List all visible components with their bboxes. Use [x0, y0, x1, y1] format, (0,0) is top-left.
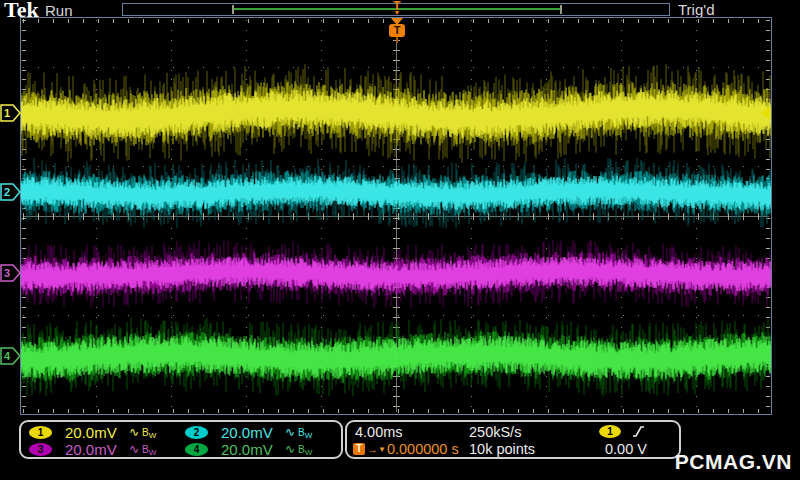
- timebase-scale[interactable]: 4.00ms: [355, 424, 403, 440]
- trigger-delay-readout[interactable]: T → ▼ 0.000000 s: [353, 441, 459, 457]
- coupling-bandwidth-icon: ∿BW: [129, 442, 156, 457]
- channel-4-position-marker[interactable]: 4: [0, 347, 22, 365]
- svg-text:4: 4: [4, 350, 11, 362]
- channel-2-scale: 20.0mV: [221, 424, 285, 441]
- channel-marker-icon: 1: [0, 104, 22, 122]
- channel-marker-icon: 2: [0, 183, 22, 201]
- waveform-canvas: [21, 18, 771, 414]
- down-triangle-icon: ▼: [378, 445, 386, 454]
- oscilloscope-screen: Tek Run T ▼ Trig'd T 1234 120.0mV∿BW220.…: [0, 0, 800, 480]
- trigger-source-badge[interactable]: 1: [599, 425, 621, 438]
- horizontal-trigger-readouts: 4.00ms 250kS/s 1 T → ▼ 0.000000 s 10k po…: [345, 420, 681, 459]
- channel-1-readout[interactable]: 120.0mV∿BW: [25, 424, 181, 441]
- ac-coupling-icon: ∿: [285, 425, 295, 439]
- channel-1-position-marker[interactable]: 1: [0, 104, 22, 122]
- channel-2-badge: 2: [185, 426, 208, 439]
- trigger-t-icon: T: [389, 24, 405, 37]
- channel-1-scale: 20.0mV: [65, 424, 129, 441]
- channel-4-badge: 4: [185, 443, 208, 456]
- bandwidth-limit-icon: BW: [298, 427, 312, 438]
- ac-coupling-icon: ∿: [285, 442, 295, 456]
- channel-1-badge: 1: [29, 426, 52, 439]
- ac-coupling-icon: ∿: [129, 442, 139, 456]
- record-length: 10k points: [469, 441, 535, 457]
- ac-coupling-icon: ∿: [129, 425, 139, 439]
- channel-marker-icon: 3: [0, 264, 22, 282]
- bandwidth-limit-icon: BW: [142, 444, 156, 455]
- trigger-t-icon: T: [353, 443, 365, 455]
- trigger-marker-stem: [396, 37, 398, 43]
- channel-3-scale: 20.0mV: [65, 441, 129, 458]
- bandwidth-limit-icon: BW: [142, 427, 156, 438]
- svg-text:3: 3: [4, 267, 10, 279]
- down-arrow-icon: ▼: [390, 9, 404, 16]
- right-arrow-icon: →: [367, 443, 378, 455]
- trigger-status: Trig'd: [678, 1, 714, 18]
- channel-readouts: 120.0mV∿BW220.0mV∿BW320.0mV∿BW420.0mV∿BW: [19, 420, 343, 459]
- trigger-level-arrow[interactable]: [761, 106, 771, 120]
- svg-text:1: 1: [4, 107, 10, 119]
- trigger-delay-value: 0.000000 s: [387, 441, 459, 457]
- coupling-bandwidth-icon: ∿BW: [285, 442, 312, 457]
- svg-text:2: 2: [4, 186, 10, 198]
- channel-3-badge: 3: [29, 443, 52, 456]
- channel-4-readout[interactable]: 420.0mV∿BW: [181, 441, 337, 458]
- trigger-position-bar-marker[interactable]: T ▼: [390, 0, 404, 16]
- sample-rate: 250kS/s: [469, 424, 521, 440]
- channel-marker-icon: 4: [0, 347, 22, 365]
- watermark: PCMAG.VN: [675, 450, 792, 474]
- channel-2-position-marker[interactable]: 2: [0, 183, 22, 201]
- trigger-level-value: 0.00 V: [605, 441, 647, 457]
- trigger-t-icon: T: [390, 0, 404, 9]
- coupling-bandwidth-icon: ∿BW: [285, 425, 312, 440]
- channel-3-readout[interactable]: 320.0mV∿BW: [25, 441, 181, 458]
- window-bracket-left-icon: [232, 5, 234, 14]
- channel-4-scale: 20.0mV: [221, 441, 285, 458]
- coupling-bandwidth-icon: ∿BW: [129, 425, 156, 440]
- window-bracket-right-icon: [560, 5, 562, 14]
- channel-3-position-marker[interactable]: 3: [0, 264, 22, 282]
- waveform-display: [20, 17, 772, 415]
- bandwidth-limit-icon: BW: [298, 444, 312, 455]
- channel-2-readout[interactable]: 220.0mV∿BW: [181, 424, 337, 441]
- rising-edge-icon: [632, 425, 645, 438]
